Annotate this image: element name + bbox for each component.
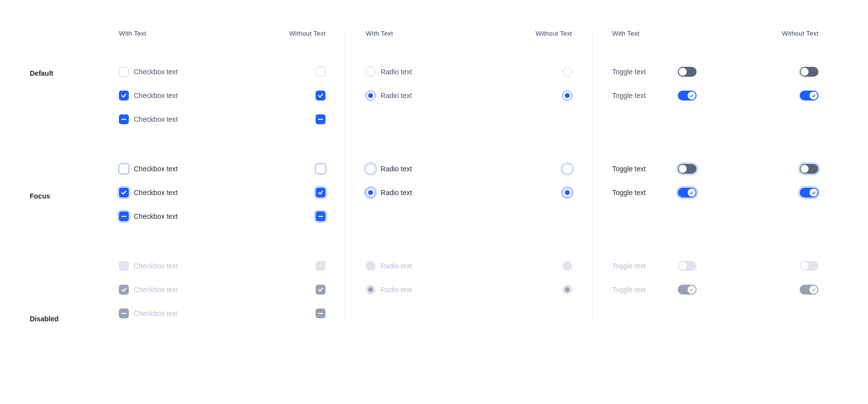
radio-dot-icon (565, 287, 570, 292)
check-icon (318, 287, 324, 293)
radio-label: Radio text (380, 68, 412, 76)
toggle-off-disabled (678, 261, 697, 271)
toggle-on[interactable] (800, 91, 818, 101)
checkbox-indeterminate-disabled (316, 308, 326, 318)
checkbox-unchecked-focus[interactable] (316, 164, 326, 174)
radio-label: Radio text (380, 189, 412, 197)
column-header-without-text: Without Text (536, 30, 572, 37)
column-header-without-text: Without Text (289, 30, 326, 37)
dash-icon (121, 313, 126, 314)
checkbox-unchecked[interactable] (316, 67, 326, 77)
radio-selected[interactable] (366, 91, 376, 101)
radio-unselected-focus[interactable] (366, 164, 376, 174)
checkbox-unchecked[interactable] (119, 67, 129, 77)
checkbox-unchecked-disabled (316, 261, 326, 271)
check-icon (812, 94, 816, 98)
checkbox-label: Checkbox text (134, 286, 178, 294)
checkbox-label: Checkbox text (134, 165, 178, 173)
column-header-with-text: With Text (119, 30, 146, 37)
radio-selected-disabled (562, 285, 572, 295)
radio-dot-icon (368, 190, 373, 195)
check-icon (318, 190, 324, 196)
radio-label: Radio text (380, 286, 412, 294)
toggle-label: Toggle text (612, 189, 646, 197)
column-header-with-text: With Text (612, 30, 640, 37)
dash-icon (318, 119, 323, 120)
toggle-label: Toggle text (612, 92, 646, 100)
checkbox-indeterminate[interactable] (316, 114, 326, 124)
toggle-off-focus[interactable] (800, 164, 818, 174)
dash-icon (318, 216, 323, 217)
toggle-on-focus[interactable] (800, 188, 818, 198)
toggle-off-disabled (800, 261, 818, 271)
checkbox-checked-focus[interactable] (119, 188, 129, 198)
checkbox-checked[interactable] (119, 91, 129, 101)
checkbox-checked-focus[interactable] (316, 188, 326, 198)
checkbox-label: Checkbox text (134, 262, 178, 270)
radio-dot-icon (565, 190, 570, 195)
toggle-on[interactable] (678, 91, 697, 101)
checkbox-checked-disabled (316, 285, 326, 295)
radio-unselected-focus[interactable] (562, 164, 572, 174)
radio-unselected[interactable] (366, 67, 376, 77)
radio-dot-icon (368, 93, 373, 98)
toggle-label: Toggle text (612, 286, 646, 294)
radio-selected-focus[interactable] (562, 188, 572, 198)
checkbox-checked-disabled (119, 285, 129, 295)
toggle-on-focus[interactable] (678, 188, 697, 198)
radio-unselected-disabled (366, 261, 376, 271)
toggle-off[interactable] (800, 67, 818, 77)
checkbox-indeterminate[interactable] (119, 114, 129, 124)
radio-unselected[interactable] (562, 67, 572, 77)
check-icon (689, 94, 694, 98)
check-icon (689, 288, 694, 292)
radio-unselected-disabled (562, 261, 572, 271)
checkbox-unchecked-disabled (119, 261, 129, 271)
checkbox-unchecked-focus[interactable] (119, 164, 129, 174)
toggle-on-disabled (800, 285, 818, 295)
check-icon (318, 93, 324, 99)
toggle-off-focus[interactable] (678, 164, 697, 174)
radio-dot-icon (565, 93, 570, 98)
dash-icon (121, 216, 126, 217)
radio-selected-focus[interactable] (366, 188, 376, 198)
row-label-default: Default (30, 68, 99, 77)
row-label-disabled: Disabled (30, 314, 99, 323)
check-icon (689, 191, 694, 195)
check-icon (812, 191, 816, 195)
toggle-off[interactable] (678, 67, 697, 77)
row-label-focus: Focus (30, 191, 99, 200)
checkbox-label: Checkbox text (134, 92, 178, 100)
check-icon (812, 288, 816, 292)
toggle-label: Toggle text (612, 165, 646, 173)
checkbox-label: Checkbox text (134, 189, 178, 197)
toggle-on-disabled (678, 285, 697, 295)
checkbox-label: Checkbox text (134, 212, 178, 220)
radio-selected[interactable] (562, 91, 572, 101)
checkbox-label: Checkbox text (134, 309, 178, 317)
column-header-without-text: Without Text (782, 30, 818, 37)
toggle-label: Toggle text (612, 68, 646, 76)
dash-icon (121, 119, 126, 120)
checkbox-checked[interactable] (316, 91, 326, 101)
radio-selected-disabled (366, 285, 376, 295)
checkbox-label: Checkbox text (134, 68, 178, 76)
column-header-with-text: With Text (366, 30, 393, 37)
radio-label: Radio text (380, 262, 412, 270)
toggle-label: Toggle text (612, 262, 646, 270)
radio-label: Radio text (380, 92, 412, 100)
dash-icon (318, 313, 323, 314)
check-icon (121, 287, 127, 293)
checkbox-indeterminate-focus[interactable] (316, 211, 326, 221)
radio-label: Radio text (380, 165, 412, 173)
radio-dot-icon (368, 287, 373, 292)
checkbox-indeterminate-focus[interactable] (119, 211, 129, 221)
check-icon (121, 190, 127, 196)
checkbox-indeterminate-disabled (119, 308, 129, 318)
check-icon (121, 93, 127, 99)
checkbox-label: Checkbox text (134, 115, 178, 123)
